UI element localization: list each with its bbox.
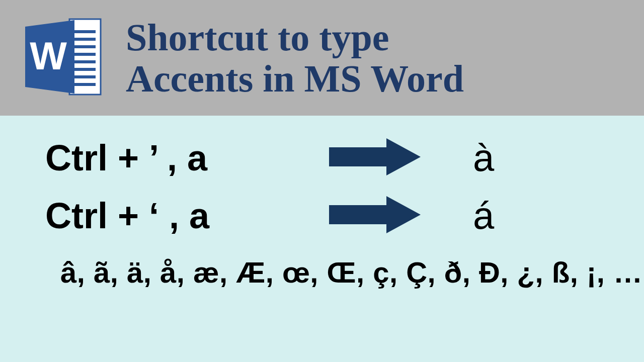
header-bar: W Shortcut to type Accents in MS Word [0, 0, 644, 116]
result-char: à [473, 136, 494, 179]
result-char: á [473, 194, 494, 237]
svg-text:W: W [30, 34, 67, 78]
accent-character-list: â, ã, ä, å, æ, Æ, œ, Œ, ç, Ç, ð, Đ, ¿, ß… [45, 255, 614, 289]
page-title: Shortcut to type Accents in MS Word [126, 17, 464, 99]
shortcut-row: Ctrl + ‘ , a á [45, 194, 614, 237]
shortcut-text: Ctrl + ’ , a [45, 137, 327, 178]
shortcut-text: Ctrl + ‘ , a [45, 195, 327, 236]
content-area: Ctrl + ’ , a à Ctrl + ‘ , a á â, ã, ä, å… [0, 116, 644, 289]
arrow-right-icon [327, 194, 423, 237]
word-icon: W [20, 14, 106, 102]
arrow-right-icon [327, 136, 423, 179]
shortcut-row: Ctrl + ’ , a à [45, 136, 614, 179]
svg-marker-12 [329, 196, 421, 233]
svg-marker-11 [329, 138, 421, 175]
